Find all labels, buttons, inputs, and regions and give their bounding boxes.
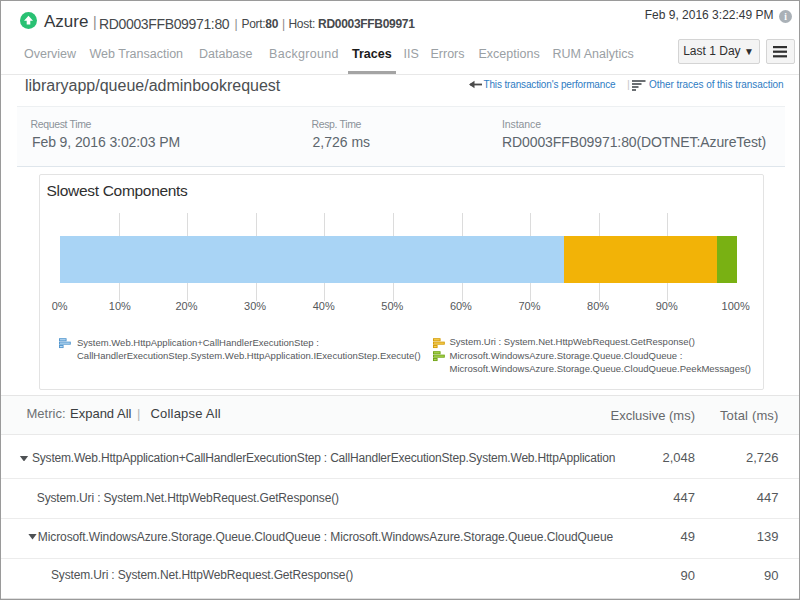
svg-text:i: i	[784, 12, 787, 22]
